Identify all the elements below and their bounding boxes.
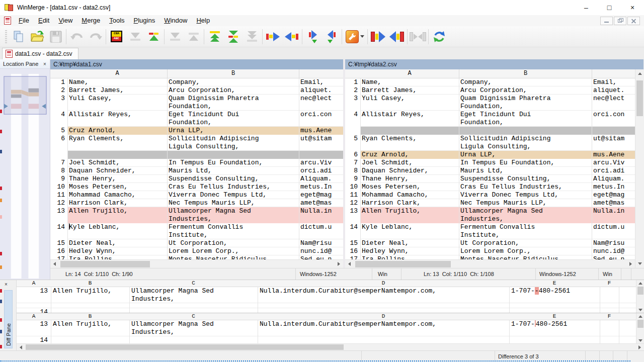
options-button[interactable] [343,27,366,46]
col-header-b[interactable]: B [459,69,592,78]
diff-bottom-subpane: ABCDEF 13Allen Trujillo,Ullamcorper Magn… [17,313,644,343]
col-header-c[interactable] [299,69,343,78]
table-row[interactable]: 12Harrison Clark,Nec Tempus Mauris LLP,a… [345,199,635,207]
scrollbar-thumb[interactable] [355,261,451,267]
menu-view[interactable]: View [54,15,77,26]
copy-all-left-button[interactable] [387,27,406,46]
edge-marker [0,199,2,202]
new-button[interactable] [9,27,28,46]
table-row[interactable]: 7Joel Schmidt,In Tempus Eu Foundation,ar… [345,159,635,167]
menu-tools[interactable]: Tools [105,15,129,26]
table-row[interactable]: 8Daquan Schneider,Mauris Ltd,orci.adi [345,167,635,175]
right-file-path-header[interactable]: C:¥tmp¥data2.csv [345,59,643,69]
table-row[interactable]: 13Allen Trujillo,Ullamcorper Magna SedIn… [345,207,635,223]
options-dropdown-caret[interactable] [360,35,364,38]
cell-b: Ullamcorper Magna SedIndustries, [129,320,258,336]
location-pane-close-icon[interactable]: × [42,61,48,67]
previous-difference-button[interactable] [144,27,163,46]
table-row[interactable]: 3Yuli Casey,Quam Dignissim PharetraFound… [345,95,635,111]
menu-merge[interactable]: Merge [77,15,105,26]
table-row[interactable]: 15Dieter Neal,Ut Corporation,Nam@risu [345,239,635,247]
scrollbar-thumb[interactable] [637,287,643,295]
vertical-scrollbar[interactable] [635,69,643,268]
table-row[interactable]: 8Daquan Schneider,Mauris Ltd,orci.adi [50,167,343,175]
table-row[interactable]: 10Moses Petersen,Cras Eu Tellus Industri… [345,183,635,191]
mdi-close-button[interactable] [627,17,640,25]
mdi-minimize-button[interactable] [600,17,613,25]
table-row[interactable]: 11Mohammad Camacho,Viverra Donec Tempus … [345,191,635,199]
table-row[interactable]: 6Ryan Clements,Sollicitudin AdipiscingLi… [50,135,343,151]
open-button[interactable] [28,27,46,46]
scrollbar-thumb[interactable] [60,261,150,267]
table-row[interactable]: 14Kyle Leblanc,Fermentum ConvallisInstit… [345,223,635,239]
menu-plugins[interactable]: Plugins [129,15,160,26]
table-row[interactable]: 12Harrison Clark,Nec Tempus Mauris LLP,a… [50,199,343,207]
menu-file[interactable]: File [14,15,34,26]
copy-right-button[interactable] [264,27,282,46]
diff-row[interactable]: 13Allen Trujillo,Ullamcorper Magna SedIn… [17,287,644,303]
table-row[interactable]: 13Allen Trujillo,Ullamcorper Magna SedIn… [50,207,343,223]
left-file-path-header[interactable]: C:¥tmp¥data1.csv [50,59,343,69]
minimize-button[interactable]: – [575,0,598,15]
diff-top-vscrollbar[interactable] [636,280,644,313]
menu-help[interactable]: Help [192,15,214,26]
table-row[interactable]: 4Allistair Reyes,Eget Tincidunt DuiFound… [50,111,343,127]
scrollbar-thumb[interactable] [636,80,643,116]
cell-b: Ut Corporation, [459,239,592,247]
edge-marker [0,318,2,322]
table-row[interactable]: 1Name,Company,Email, [345,78,635,86]
table-row[interactable]: 16Hedley Wynn,Lorem Lorem Corp.,nunc.id@ [50,247,343,255]
first-difference-button[interactable] [205,27,224,46]
scrollbar-thumb[interactable] [637,320,643,328]
scrollbar-thumb[interactable] [26,344,344,350]
table-row[interactable]: 1Name,Company,Email, [50,78,343,86]
current-difference-button[interactable] [224,27,243,46]
table-row[interactable]: 15Dieter Neal,Ut Corporation,Nam@risu [50,239,343,247]
table-row[interactable]: 10Moses Petersen,Cras Eu Tellus Industri… [50,183,343,191]
table-row[interactable]: 6Cruz Arnold,Urna LLP,mus.Aene [345,151,635,159]
table-row[interactable]: 5Ryan Clements,Sollicitudin AdipiscingLi… [345,135,635,151]
select-line-difference-button[interactable]: CBA ABC [107,27,126,46]
diff-pane-close-icon[interactable]: × [5,282,8,287]
col-header-a[interactable]: A [360,69,459,78]
table-row[interactable]: 7Joel Schmidt,In Tempus Eu Foundation,ar… [50,159,343,167]
table-row[interactable]: 16Hedley Wynn,Lorem Lorem Corp.,nunc.id@ [345,247,635,255]
table-row[interactable]: 2Barrett James,Arcu Corporation,aliquet. [50,86,343,95]
table-row[interactable]: 5Cruz Arnold,Urna LLP,mus.Aene [50,127,343,135]
cell-a: Daquan Schneider, [360,167,459,175]
col-header-b[interactable]: B [167,69,299,78]
menu-edit[interactable]: Edit [34,15,54,26]
table-row[interactable]: 17Ira Rollins,Montes Nascetur RidiculusS… [50,255,343,259]
refresh-button[interactable] [430,27,448,46]
copy-all-right-button[interactable] [369,27,387,46]
close-button[interactable]: × [621,0,644,15]
tab-data1-data2[interactable]: data1.csv - data2.csv [2,48,78,59]
col-header-a[interactable]: A [67,69,167,78]
mdi-restore-button[interactable] [614,17,626,25]
table-row[interactable]: 3Yuli Casey,Quam Dignissim PharetraFound… [50,95,343,111]
left-editor-grid[interactable]: 1Name,Company,Email,2Barrett James,Arcu … [50,78,343,259]
diff-pane-title[interactable]: Diff Pane [4,290,13,348]
table-row[interactable] [50,151,343,159]
left-horizontal-scrollbar[interactable] [50,259,343,268]
table-row[interactable]: 4Allistair Reyes,Eget Tincidunt DuiFound… [345,111,635,127]
diff-horizontal-scrollbar[interactable] [17,343,644,350]
table-row[interactable] [345,127,635,135]
copy-left-and-advance-button[interactable] [322,27,341,46]
location-map[interactable] [0,69,50,280]
copy-right-and-advance-button[interactable] [303,27,322,46]
diff-row[interactable]: 13Allen Trujillo,Ullamcorper Magna SedIn… [17,320,644,336]
right-editor-grid[interactable]: 1Name,Company,Email,2Barrett James,Arcu … [345,78,635,259]
table-row[interactable]: 2Barrett James,Arcu Corporation,aliquet. [345,86,635,95]
right-horizontal-scrollbar[interactable] [345,259,635,268]
table-row[interactable]: 9Thane Henry,Suspendisse Consulting,Aliq… [345,175,635,183]
maximize-button[interactable]: □ [598,0,621,15]
copy-left-button[interactable] [282,27,301,46]
table-row[interactable]: 9Thane Henry,Suspendisse Consulting,Aliq… [50,175,343,183]
menu-window[interactable]: Window [159,15,192,26]
table-row[interactable]: 11Mohammad Camacho,Viverra Donec Tempus … [50,191,343,199]
diff-bottom-vscrollbar[interactable] [636,313,644,343]
col-header-c[interactable] [592,69,635,78]
table-row[interactable]: 14Kyle Leblanc,Fermentum ConvallisInstit… [50,223,343,239]
table-row[interactable]: 17Ira Rollins,Montes Nascetur RidiculusS… [345,255,635,259]
